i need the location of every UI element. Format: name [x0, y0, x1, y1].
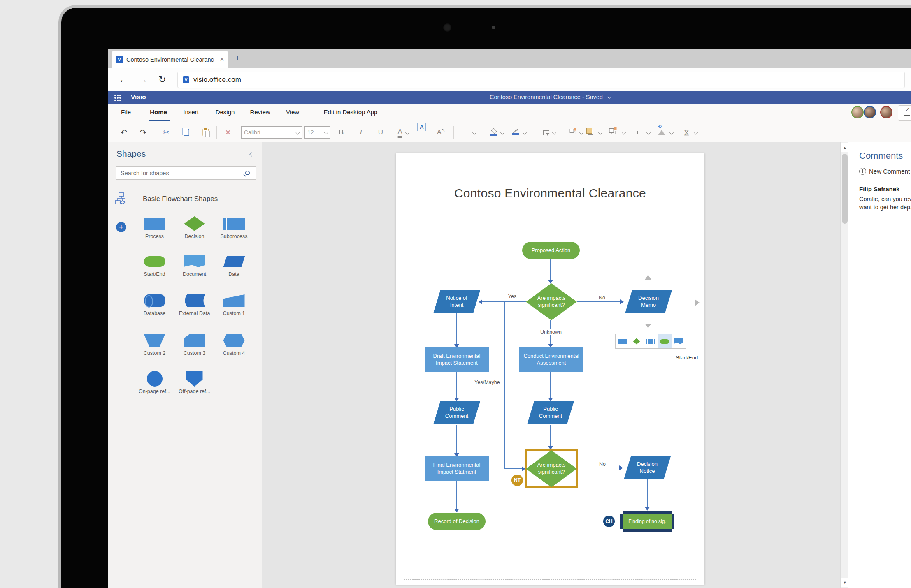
quick-shape-document[interactable] [672, 334, 686, 348]
connector[interactable] [456, 481, 457, 510]
tab-view[interactable]: View [286, 109, 299, 116]
node-draft-eis[interactable]: Draft Environmental Impact Statement [425, 347, 489, 372]
tab-home[interactable]: Home [150, 109, 167, 116]
connection-points-dropdown[interactable] [580, 123, 583, 142]
forward-icon[interactable]: → [139, 74, 148, 85]
diagram-title[interactable]: Contoso Environmental Clearance [423, 186, 678, 200]
align-shapes-dropdown[interactable] [647, 123, 650, 142]
connector[interactable] [504, 301, 505, 469]
node-decision-notice[interactable]: Decision Notice [624, 456, 671, 479]
reload-icon[interactable]: ↻ [158, 74, 166, 85]
document-title[interactable]: Contoso Environmental Clearance - Saved [427, 94, 674, 100]
edit-in-desktop-app[interactable]: Edit in Desktop App [324, 109, 378, 116]
avatar[interactable] [880, 106, 892, 118]
vertical-scrollbar[interactable]: ▲ ▼ [840, 142, 848, 588]
rotate-dropdown[interactable] [670, 123, 673, 142]
font-color-dropdown[interactable] [406, 123, 409, 142]
align-shapes-button[interactable] [636, 123, 642, 142]
autoconnect-up-icon[interactable] [645, 275, 651, 280]
tab-insert[interactable]: Insert [183, 109, 199, 116]
autoconnect-down-icon[interactable] [645, 324, 651, 328]
search-icon[interactable] [245, 171, 250, 175]
stencil-shape-subprocess[interactable]: Subprocess [214, 214, 254, 239]
copy-button[interactable] [184, 123, 189, 142]
connection-points-button[interactable] [572, 123, 576, 142]
flip-dropdown[interactable] [695, 123, 697, 142]
node-public-comment-1[interactable]: Public Comment [433, 401, 480, 424]
collapse-panel-icon[interactable] [250, 153, 254, 157]
stencil-shape-onpage-ref[interactable]: On-page ref... [135, 369, 174, 394]
connector[interactable] [456, 372, 457, 399]
bring-forward-button[interactable] [588, 123, 593, 142]
drawing-canvas[interactable]: Contoso Environmental Clearance Proposed… [262, 142, 840, 588]
undo-button[interactable]: ↶ [121, 123, 128, 142]
new-tab-button[interactable]: + [232, 53, 243, 63]
stencil-shape-custom4[interactable]: Custom 4 [214, 331, 254, 356]
connector[interactable] [456, 313, 457, 345]
shape-search-input[interactable] [116, 170, 245, 176]
connector[interactable] [504, 468, 523, 469]
paste-button[interactable] [203, 123, 209, 142]
scrollbar-thumb[interactable] [842, 154, 848, 224]
tab-review[interactable]: Review [250, 109, 270, 116]
connector-button[interactable] [543, 123, 549, 142]
node-notice-of-intent[interactable]: Notice of Intent [433, 290, 480, 313]
underline-button[interactable]: U [378, 123, 383, 142]
connector[interactable] [577, 301, 621, 302]
back-icon[interactable]: ← [119, 74, 128, 85]
line-color-button[interactable] [512, 123, 519, 142]
cut-button[interactable]: ✂ [163, 123, 169, 142]
align-text-button[interactable] [462, 123, 469, 142]
font-size-select[interactable]: 12 [304, 126, 330, 139]
font-color-button[interactable]: A [398, 127, 402, 138]
add-stencil-button[interactable]: + [116, 222, 126, 232]
quick-shape-subprocess[interactable] [644, 334, 658, 348]
stencil-shape-offpage-ref[interactable]: Off-page ref... [174, 369, 214, 394]
tab-design[interactable]: Design [216, 109, 235, 116]
tab-file[interactable]: File [121, 109, 131, 116]
redo-button[interactable]: ↷ [140, 123, 147, 142]
browser-tab[interactable]: V Contoso Environmental Clearanc ✕ [112, 51, 228, 68]
new-comment-button[interactable]: New Comment [859, 168, 910, 175]
node-decision-memo[interactable]: Decision Memo [625, 290, 672, 313]
grow-font-button[interactable]: A↖ [437, 123, 445, 142]
group-dropdown[interactable] [623, 123, 625, 142]
drawing-page[interactable]: Contoso Environmental Clearance Proposed… [396, 153, 704, 585]
delete-button[interactable]: ✕ [225, 123, 231, 142]
stencil-shape-external-data[interactable]: External Data [174, 291, 214, 316]
stencil-shape-custom2[interactable]: Custom 2 [135, 331, 174, 356]
node-finding-of-no-sig[interactable]: Finding of no sig. [623, 514, 672, 529]
align-text-dropdown[interactable] [473, 123, 476, 142]
stencil-shape-process[interactable]: Process [135, 214, 174, 239]
fill-color-button[interactable] [490, 123, 497, 142]
rotate-button[interactable] [658, 123, 665, 142]
bold-button[interactable]: B [339, 123, 344, 142]
url-field[interactable]: V visio.office.com [177, 72, 905, 88]
flowchart-stencil-icon[interactable] [115, 192, 128, 205]
stencil-shape-document[interactable]: Document [174, 252, 214, 277]
connector[interactable] [550, 259, 551, 281]
group-button[interactable] [612, 123, 616, 142]
connector[interactable] [550, 372, 551, 399]
scroll-up-icon[interactable]: ▲ [841, 143, 848, 152]
bring-forward-dropdown[interactable] [599, 123, 602, 142]
node-final-eis[interactable]: Final Environmental Impact Statment [425, 456, 489, 481]
share-button[interactable] [898, 105, 911, 121]
stencil-shape-database[interactable]: Database [135, 291, 174, 316]
connector[interactable] [550, 425, 551, 447]
font-family-select[interactable]: Calibri [241, 126, 302, 139]
avatar[interactable] [851, 106, 864, 118]
node-proposed-action[interactable]: Proposed Action [522, 242, 580, 259]
line-color-dropdown[interactable] [523, 123, 526, 142]
connector[interactable] [456, 425, 457, 454]
avatar[interactable] [864, 106, 876, 118]
connector-dropdown[interactable] [553, 123, 556, 142]
connector[interactable] [482, 301, 526, 302]
flip-button[interactable]: ⋈ [683, 123, 690, 142]
quick-shape-decision[interactable] [630, 334, 644, 348]
quick-shape-process[interactable] [616, 334, 630, 348]
stencil-shape-custom3[interactable]: Custom 3 [174, 331, 214, 356]
fill-color-dropdown[interactable] [501, 123, 504, 142]
connector[interactable] [647, 479, 648, 508]
italic-button[interactable]: I [360, 123, 362, 142]
